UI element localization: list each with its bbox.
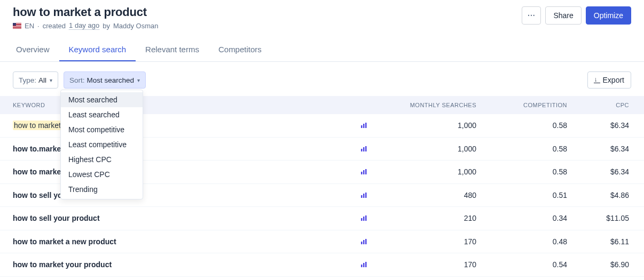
trend-chart-icon[interactable]: [348, 260, 380, 269]
export-label: Export: [603, 76, 624, 84]
tab-competitors[interactable]: Competitors: [209, 39, 271, 61]
svg-rect-18: [361, 265, 363, 267]
sort-option[interactable]: Most searched: [61, 92, 143, 107]
more-button[interactable]: ···: [522, 6, 541, 25]
trend-chart-icon[interactable]: [348, 167, 380, 176]
monthly-cell: 1,000: [380, 167, 476, 176]
cpc-cell: $6.34: [567, 121, 631, 130]
sort-option[interactable]: Lowest CPC: [61, 167, 143, 182]
table-row[interactable]: how to market a new product1700.48$6.11: [0, 230, 644, 254]
trend-chart-icon[interactable]: [348, 214, 380, 222]
keyword-cell: how to sell your product: [13, 214, 348, 222]
competition-cell: 0.51: [476, 191, 567, 199]
svg-rect-7: [363, 170, 365, 174]
page-title: how to market a product: [13, 5, 158, 19]
svg-rect-6: [361, 172, 363, 174]
download-icon: [594, 77, 600, 83]
by-label: by: [103, 22, 110, 30]
sort-filter-value: Most searched: [87, 76, 135, 84]
tabs: OverviewKeyword searchRelevant termsComp…: [0, 39, 644, 62]
svg-rect-11: [365, 193, 367, 198]
svg-rect-13: [363, 217, 365, 221]
cpc-cell: $6.34: [567, 145, 631, 153]
competition-cell: 0.58: [476, 121, 567, 130]
sort-option[interactable]: Least competitive: [61, 137, 143, 152]
tab-keyword[interactable]: Keyword search: [59, 39, 136, 61]
svg-rect-16: [363, 240, 365, 244]
svg-rect-12: [361, 218, 363, 221]
cpc-cell: $11.05: [567, 214, 631, 222]
column-monthly: MONTHLY SEARCHES: [380, 102, 476, 108]
keyword-cell: how to market your product: [13, 260, 348, 269]
trend-chart-icon[interactable]: [348, 237, 380, 246]
svg-rect-1: [363, 124, 365, 128]
competition-cell: 0.34: [476, 214, 567, 222]
svg-rect-5: [365, 146, 367, 151]
svg-rect-14: [365, 215, 367, 221]
sort-option[interactable]: Most competitive: [61, 122, 143, 137]
author-name: Maddy Osman: [113, 22, 159, 30]
svg-rect-19: [363, 263, 365, 267]
us-flag-icon: [13, 23, 21, 29]
export-button[interactable]: Export: [587, 71, 631, 89]
svg-rect-3: [361, 149, 363, 151]
keyword-cell: how to market a new product: [13, 237, 348, 246]
meta-separator: ·: [37, 22, 40, 30]
monthly-cell: 210: [380, 214, 476, 222]
sort-dropdown: Most searchedLeast searchedMost competit…: [60, 90, 143, 199]
type-filter-label: Type:: [19, 76, 36, 84]
column-competition: COMPETITION: [476, 102, 567, 108]
svg-rect-10: [363, 194, 365, 198]
svg-rect-0: [361, 125, 363, 128]
sort-option[interactable]: Highest CPC: [61, 152, 143, 167]
svg-rect-20: [365, 262, 367, 267]
monthly-cell: 170: [380, 237, 476, 246]
trend-chart-icon[interactable]: [348, 121, 380, 130]
svg-rect-17: [365, 239, 367, 244]
sort-option[interactable]: Trending: [61, 182, 143, 197]
tab-overview[interactable]: Overview: [13, 39, 59, 61]
sort-option[interactable]: Least searched: [61, 107, 143, 122]
table-row[interactable]: how to sell your product2100.34$11.05: [0, 207, 644, 230]
competition-cell: 0.54: [476, 260, 567, 269]
type-filter-value: All: [38, 76, 46, 84]
table-row[interactable]: how to market your product1700.54$6.90: [0, 253, 644, 277]
sort-filter-label: Sort:: [69, 76, 85, 84]
svg-rect-8: [365, 169, 367, 174]
monthly-cell: 1,000: [380, 121, 476, 130]
trend-chart-icon[interactable]: [348, 145, 380, 153]
competition-cell: 0.58: [476, 167, 567, 176]
svg-rect-9: [361, 195, 363, 198]
optimize-button[interactable]: Optimize: [586, 6, 631, 25]
competition-cell: 0.48: [476, 237, 567, 246]
svg-rect-15: [361, 242, 363, 244]
tab-terms[interactable]: Relevant terms: [136, 39, 209, 61]
cpc-cell: $6.11: [567, 237, 631, 246]
type-filter[interactable]: Type: All ▾: [13, 71, 58, 89]
cpc-cell: $4.86: [567, 191, 631, 199]
chevron-down-icon: ▾: [137, 77, 140, 83]
svg-rect-2: [365, 123, 367, 128]
monthly-cell: 480: [380, 191, 476, 199]
page-meta: EN · created 1 day ago by Maddy Osman: [13, 21, 158, 30]
svg-rect-4: [363, 147, 365, 151]
competition-cell: 0.58: [476, 145, 567, 153]
created-time: 1 day ago: [69, 21, 99, 30]
monthly-cell: 1,000: [380, 145, 476, 153]
cpc-cell: $6.34: [567, 167, 631, 176]
share-button[interactable]: Share: [545, 6, 581, 25]
chevron-down-icon: ▾: [50, 77, 52, 83]
monthly-cell: 170: [380, 260, 476, 269]
locale-code: EN: [25, 22, 34, 30]
column-cpc: CPC: [567, 102, 631, 108]
created-prefix: created: [43, 22, 66, 30]
cpc-cell: $6.90: [567, 260, 631, 269]
sort-filter[interactable]: Sort: Most searched ▾: [64, 71, 146, 89]
trend-chart-icon[interactable]: [348, 191, 380, 199]
